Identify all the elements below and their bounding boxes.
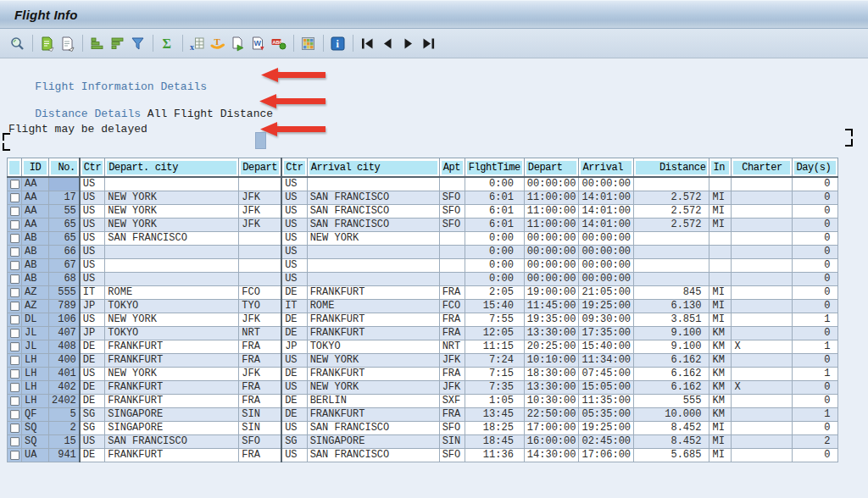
row-select-cell[interactable] — [8, 205, 22, 219]
cell-ctr1[interactable]: US — [80, 368, 105, 381]
cell-depapt[interactable]: SFO — [239, 435, 281, 449]
cell-depcity[interactable] — [105, 273, 239, 286]
cell-days[interactable]: 0 — [793, 381, 838, 395]
cell-charter[interactable] — [732, 449, 793, 462]
cell-arrcity[interactable]: FRANKFURT — [307, 286, 439, 300]
col-header-charter[interactable]: Charter — [732, 158, 793, 178]
cell-ctr1[interactable]: DE — [80, 340, 105, 354]
col-header-ctr1[interactable]: Ctr — [80, 158, 105, 178]
row-select-cell[interactable] — [8, 313, 22, 327]
cell-in[interactable]: KM — [709, 354, 732, 368]
row-select-checkbox[interactable] — [10, 234, 19, 243]
cell-dist[interactable] — [634, 259, 709, 273]
cell-depcity[interactable]: TOKYO — [105, 327, 239, 340]
cell-ctr2[interactable]: DE — [281, 327, 307, 340]
cell-arr[interactable]: 00:00:00 — [579, 246, 634, 259]
row-select-checkbox[interactable] — [10, 396, 19, 406]
row-select-checkbox[interactable] — [10, 329, 19, 338]
cell-ftime[interactable]: 0:00 — [465, 246, 524, 259]
cell-dep[interactable]: 17:00:00 — [524, 422, 579, 435]
cell-dist[interactable]: 9.100 — [634, 340, 709, 354]
cell-arr[interactable]: 19:25:00 — [579, 422, 634, 435]
cell-ctr1[interactable]: US — [80, 205, 105, 219]
cell-charter[interactable] — [732, 232, 793, 246]
cell-ctr2[interactable]: US — [281, 232, 307, 246]
cell-depcity[interactable]: SINGAPORE — [105, 422, 239, 435]
cell-id[interactable]: AB — [22, 232, 49, 246]
details-button[interactable] — [8, 33, 27, 53]
cell-no[interactable]: 555 — [49, 286, 80, 300]
cell-ctr1[interactable]: JP — [80, 300, 105, 313]
cell-arr[interactable]: 15:05:00 — [579, 381, 634, 395]
cell-no[interactable] — [49, 177, 80, 191]
cell-id[interactable]: DL — [22, 313, 49, 327]
col-header-in[interactable]: In — [709, 158, 732, 178]
cell-depcity[interactable]: SAN FRANCISCO — [105, 232, 239, 246]
cell-charter[interactable] — [732, 286, 793, 300]
cell-arrcity[interactable]: FRANKFURT — [307, 327, 439, 340]
cell-days[interactable]: 0 — [793, 449, 838, 462]
row-select-cell[interactable] — [8, 340, 22, 354]
display-document-button[interactable] — [58, 33, 77, 53]
cell-days[interactable]: 0 — [793, 232, 838, 246]
cell-ftime[interactable]: 15:40 — [465, 300, 524, 313]
cell-arrcity[interactable] — [307, 246, 439, 259]
select-all-header[interactable] — [8, 158, 22, 178]
cell-days[interactable]: 1 — [793, 408, 838, 422]
cell-charter[interactable] — [732, 246, 793, 259]
row-select-checkbox[interactable] — [10, 423, 19, 433]
row-select-cell[interactable] — [8, 381, 22, 395]
cell-id[interactable]: AA — [22, 219, 49, 232]
cell-ctr2[interactable]: DE — [281, 395, 307, 408]
cell-days[interactable]: 0 — [793, 422, 838, 435]
cell-depapt[interactable]: FRA — [239, 340, 281, 354]
cell-ftime[interactable]: 0:00 — [465, 259, 524, 273]
cell-depapt[interactable]: FRA — [239, 381, 281, 395]
row-select-cell[interactable] — [8, 395, 22, 408]
cell-in[interactable]: MI — [709, 313, 732, 327]
cell-arrcity[interactable]: FRANKFURT — [307, 408, 439, 422]
cell-ctr2[interactable]: US — [281, 273, 307, 286]
cell-dist[interactable]: 3.851 — [634, 313, 709, 327]
row-select-checkbox[interactable] — [10, 437, 19, 446]
cell-arr[interactable]: 07:45:00 — [579, 368, 634, 381]
nav-first-button[interactable] — [358, 33, 377, 53]
cell-no[interactable]: 65 — [49, 232, 80, 246]
cell-ctr1[interactable]: SG — [80, 408, 105, 422]
cell-ctr2[interactable]: US — [281, 219, 307, 232]
cell-depcity[interactable]: SINGAPORE — [105, 408, 239, 422]
cell-ftime[interactable]: 0:00 — [465, 232, 524, 246]
cell-arr[interactable]: 14:01:00 — [579, 205, 634, 219]
cell-charter[interactable] — [732, 177, 793, 191]
cell-arrcity[interactable]: NEW YORK — [307, 232, 439, 246]
cell-depcity[interactable]: NEW YORK — [105, 219, 239, 232]
cell-arr[interactable]: 15:40:00 — [579, 340, 634, 354]
cell-dep[interactable]: 10:10:00 — [524, 354, 579, 368]
col-header-no[interactable]: No. — [49, 158, 80, 178]
cell-in[interactable]: MI — [709, 219, 732, 232]
cell-dep[interactable]: 10:30:00 — [524, 395, 579, 408]
cell-arr[interactable]: 00:00:00 — [579, 177, 634, 191]
cell-no[interactable]: 2402 — [49, 395, 80, 408]
cell-arrcity[interactable]: NEW YORK — [307, 354, 439, 368]
cell-no[interactable]: 67 — [49, 259, 80, 273]
cell-apt[interactable]: SFO — [439, 219, 465, 232]
row-select-cell[interactable] — [8, 219, 22, 232]
cell-no[interactable]: 402 — [49, 381, 80, 395]
cell-ctr2[interactable]: US — [281, 449, 307, 462]
cell-arr[interactable]: 17:06:00 — [579, 449, 634, 462]
cell-no[interactable]: 2 — [49, 422, 80, 435]
cell-ctr1[interactable]: US — [80, 177, 105, 191]
cell-apt[interactable]: FRA — [439, 408, 465, 422]
cell-ctr2[interactable]: US — [281, 354, 307, 368]
cell-charter[interactable] — [732, 219, 793, 232]
col-header-arrcity[interactable]: Arrival city — [307, 158, 439, 178]
cell-no[interactable]: 55 — [49, 205, 80, 219]
cell-depcity[interactable]: FRANKFURT — [105, 354, 239, 368]
cell-id[interactable]: AA — [22, 191, 49, 205]
row-select-checkbox[interactable] — [10, 274, 19, 284]
cell-ftime[interactable]: 6:01 — [465, 205, 524, 219]
row-select-checkbox[interactable] — [10, 356, 19, 365]
cell-charter[interactable] — [732, 273, 793, 286]
cell-arr[interactable]: 02:45:00 — [579, 435, 634, 449]
